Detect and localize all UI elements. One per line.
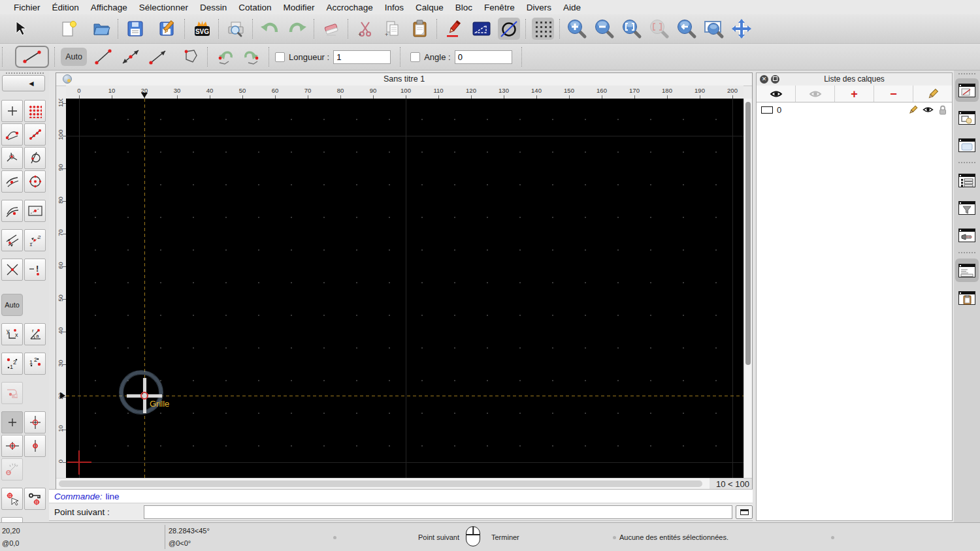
print-preview-button[interactable] <box>225 18 247 40</box>
command-fullscreen-button[interactable] <box>736 505 753 519</box>
snap-intersection-button[interactable] <box>1 259 23 281</box>
close-polyline-button[interactable] <box>180 46 202 68</box>
menu-dessin[interactable]: Dessin <box>194 3 233 12</box>
relative-zero-plus-button[interactable] <box>1 411 23 433</box>
reference-point-1-2-button[interactable]: 12 <box>1 353 23 375</box>
menu-aide[interactable]: Aide <box>557 3 587 12</box>
menu-affichage[interactable]: Affichage <box>85 3 133 12</box>
line-arrow-button[interactable] <box>147 46 169 68</box>
snap-endpoint-button[interactable] <box>1 123 23 146</box>
zoom-out-button[interactable] <box>593 18 615 40</box>
menu-selectionner[interactable]: Sélectionner <box>133 3 194 12</box>
snap-reference-button[interactable] <box>24 200 46 222</box>
select-arrow-button[interactable] <box>9 18 31 40</box>
angle-input[interactable] <box>455 50 512 64</box>
redo-button[interactable] <box>286 18 308 40</box>
redo-segment-button[interactable] <box>241 46 263 68</box>
coordinate-cartesian-button[interactable]: yx <box>1 323 23 345</box>
document-title-bar[interactable]: Sans titre 1 <box>56 73 752 86</box>
edit-layer-button[interactable] <box>913 86 952 102</box>
command-input[interactable] <box>144 505 732 519</box>
menu-edition[interactable]: Édition <box>46 3 85 12</box>
menu-calque[interactable]: Calque <box>410 3 449 12</box>
toolbar-handle[interactable] <box>958 73 975 74</box>
zoom-pan-button[interactable] <box>730 18 753 40</box>
menu-bloc[interactable]: Bloc <box>449 3 478 12</box>
entity-info-dock-button[interactable] <box>955 168 979 192</box>
snap-component-button[interactable] <box>1 382 23 404</box>
block-list-dock-button[interactable] <box>955 106 979 129</box>
line-two-arrows-button[interactable] <box>120 46 142 68</box>
zoom-in-button[interactable] <box>566 18 588 40</box>
new-file-button[interactable] <box>57 18 80 40</box>
relative-zero-horizontal-button[interactable] <box>1 435 23 457</box>
export-svg-button[interactable]: SVG <box>191 18 213 40</box>
save-as-button[interactable] <box>157 18 179 40</box>
layer-row[interactable]: 0 <box>757 102 952 117</box>
menu-infos[interactable]: Infos <box>379 3 410 12</box>
eraser-button[interactable] <box>320 18 342 40</box>
grid-toggle[interactable] <box>532 18 554 40</box>
reference-point-2-1-button[interactable]: 12 <box>24 353 46 375</box>
undo-segment-button[interactable] <box>214 46 236 68</box>
line-auto-button[interactable]: Auto <box>61 48 87 66</box>
draft-pen-button[interactable] <box>443 18 465 40</box>
layer-list-dock-button[interactable] <box>955 78 979 102</box>
relative-zero-vertical-button[interactable] <box>24 411 46 433</box>
line-segment-button[interactable] <box>92 46 114 68</box>
zoom-window-button[interactable] <box>703 18 725 40</box>
length-input[interactable] <box>333 50 391 64</box>
library-browser-dock-button[interactable] <box>955 133 979 157</box>
angle-gauge-button[interactable] <box>1 458 23 480</box>
drawing-canvas[interactable]: Grille <box>66 99 743 478</box>
zoom-auto-button[interactable] <box>621 18 643 40</box>
save-button[interactable] <box>124 18 146 40</box>
add-layer-button[interactable]: + <box>835 86 874 102</box>
layer-lock-toggle[interactable] <box>938 104 947 115</box>
pen-wizard-dock-button[interactable] <box>955 223 979 247</box>
menu-fenetre[interactable]: Fenêtre <box>478 3 521 12</box>
snap-auto-button[interactable]: Auto <box>1 294 23 316</box>
toolbar-handle[interactable] <box>6 72 44 74</box>
menu-accrochage[interactable]: Accrochage <box>320 3 378 12</box>
snap-perpendicular-button[interactable] <box>1 147 23 169</box>
open-file-button[interactable] <box>90 18 112 40</box>
restrict-orthogonal-button[interactable] <box>1 229 23 251</box>
horizontal-scrollbar-thumb[interactable] <box>59 480 702 487</box>
snap-middle-button[interactable] <box>1 170 23 193</box>
vertical-scrollbar[interactable] <box>743 99 752 478</box>
horizontal-scrollbar[interactable] <box>56 478 710 490</box>
zoom-selected-button[interactable] <box>648 18 670 40</box>
length-checkbox[interactable] <box>275 52 285 62</box>
layer-color-swatch[interactable] <box>761 106 773 114</box>
snap-free-button[interactable] <box>1 100 23 122</box>
cut-button[interactable]: + <box>354 18 376 40</box>
restrict-numbered-button[interactable]: 12 <box>24 229 46 251</box>
set-relative-zero-button[interactable] <box>1 488 23 510</box>
angle-checkbox[interactable] <box>410 52 420 62</box>
layer-visibility-toggle[interactable] <box>923 106 934 114</box>
show-all-layers-button[interactable] <box>757 86 796 102</box>
command-widget-dock-button[interactable] <box>955 259 979 282</box>
draft-mode-toggle[interactable] <box>498 18 520 40</box>
menu-modifier[interactable]: Modifier <box>277 3 320 12</box>
snap-nothing-button[interactable]: ! <box>24 259 46 281</box>
menu-cotation[interactable]: Cotation <box>233 3 277 12</box>
collapse-palette-button[interactable]: ◄ <box>2 75 45 91</box>
snap-center-button[interactable] <box>24 170 46 193</box>
paste-button[interactable] <box>409 18 431 40</box>
selection-filter-dock-button[interactable] <box>955 196 979 219</box>
menu-fichier[interactable]: Fichier <box>8 3 46 12</box>
vertical-scrollbar-thumb[interactable] <box>745 102 751 365</box>
undo-button[interactable] <box>259 18 281 40</box>
coordinate-polar-button[interactable]: ra <box>24 323 46 345</box>
layer-edit-button[interactable] <box>908 105 918 115</box>
draw-order-button[interactable] <box>470 18 493 40</box>
menu-divers[interactable]: Divers <box>521 3 557 12</box>
snap-distance-button[interactable] <box>1 200 23 222</box>
hide-all-layers-button[interactable] <box>796 86 835 102</box>
snap-tangent-button[interactable] <box>24 147 46 169</box>
snap-grid-button[interactable] <box>24 100 46 122</box>
remove-layer-button[interactable]: − <box>874 86 913 102</box>
copy-button[interactable]: + <box>382 18 404 40</box>
